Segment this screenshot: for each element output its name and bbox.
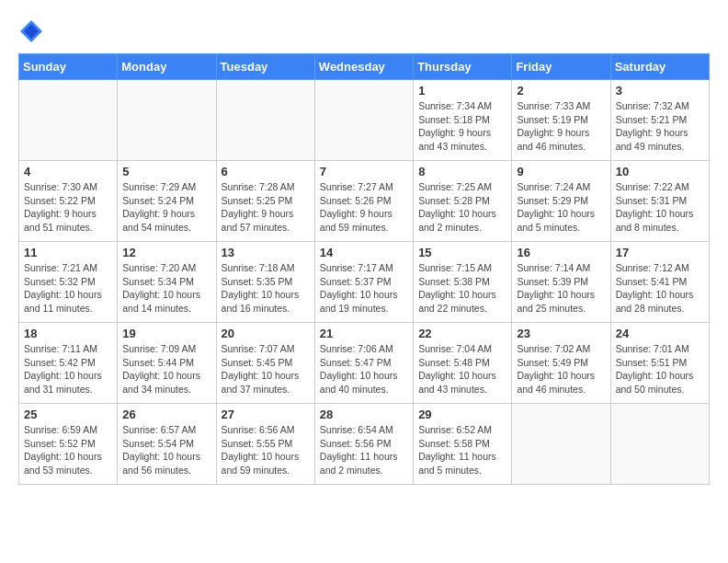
calendar-cell (512, 404, 610, 485)
day-number: 4 (24, 165, 112, 178)
day-detail: Sunrise: 7:02 AM Sunset: 5:49 PM Dayligh… (517, 342, 605, 396)
day-detail: Sunrise: 7:21 AM Sunset: 5:32 PM Dayligh… (24, 261, 112, 316)
calendar-cell: 17Sunrise: 7:12 AM Sunset: 5:41 PM Dayli… (610, 242, 709, 323)
calendar-cell: 20Sunrise: 7:07 AM Sunset: 5:45 PM Dayli… (216, 323, 314, 404)
day-detail: Sunrise: 6:59 AM Sunset: 5:52 PM Dayligh… (24, 423, 112, 477)
weekday-header: Monday (118, 54, 216, 80)
day-detail: Sunrise: 7:29 AM Sunset: 5:24 PM Dayligh… (122, 180, 210, 235)
day-detail: Sunrise: 7:20 AM Sunset: 5:34 PM Dayligh… (122, 261, 210, 316)
calendar-week-row: 25Sunrise: 6:59 AM Sunset: 5:52 PM Dayli… (19, 404, 710, 485)
day-number: 19 (122, 327, 210, 340)
weekday-header: Thursday (414, 54, 512, 80)
day-number: 23 (517, 327, 605, 340)
calendar-cell: 12Sunrise: 7:20 AM Sunset: 5:34 PM Dayli… (118, 242, 216, 323)
day-number: 16 (517, 246, 605, 259)
calendar-cell: 21Sunrise: 7:06 AM Sunset: 5:47 PM Dayli… (314, 323, 413, 404)
day-detail: Sunrise: 7:34 AM Sunset: 5:18 PM Dayligh… (418, 99, 506, 154)
day-detail: Sunrise: 7:24 AM Sunset: 5:29 PM Dayligh… (517, 180, 605, 235)
calendar-cell: 2Sunrise: 7:33 AM Sunset: 5:19 PM Daylig… (512, 80, 610, 161)
day-number: 28 (320, 408, 408, 421)
calendar-week-row: 4Sunrise: 7:30 AM Sunset: 5:22 PM Daylig… (19, 161, 710, 242)
day-number: 9 (517, 165, 605, 178)
calendar-cell: 22Sunrise: 7:04 AM Sunset: 5:48 PM Dayli… (414, 323, 512, 404)
day-number: 27 (222, 408, 310, 421)
day-number: 12 (122, 246, 210, 259)
day-detail: Sunrise: 7:28 AM Sunset: 5:25 PM Dayligh… (222, 180, 310, 235)
day-number: 11 (24, 246, 112, 259)
day-detail: Sunrise: 7:04 AM Sunset: 5:48 PM Dayligh… (418, 342, 506, 396)
day-number: 15 (418, 246, 506, 259)
day-detail: Sunrise: 6:54 AM Sunset: 5:56 PM Dayligh… (320, 423, 408, 477)
day-detail: Sunrise: 7:06 AM Sunset: 5:47 PM Dayligh… (320, 342, 408, 396)
weekday-header: Saturday (610, 54, 709, 80)
weekday-header: Tuesday (216, 54, 314, 80)
day-number: 6 (222, 165, 310, 178)
calendar-cell (19, 80, 118, 161)
day-detail: Sunrise: 7:27 AM Sunset: 5:26 PM Dayligh… (320, 180, 408, 235)
day-number: 8 (418, 165, 506, 178)
weekday-header: Sunday (19, 54, 118, 80)
day-number: 18 (24, 327, 112, 340)
calendar-cell: 25Sunrise: 6:59 AM Sunset: 5:52 PM Dayli… (19, 404, 118, 485)
day-detail: Sunrise: 7:33 AM Sunset: 5:19 PM Dayligh… (517, 99, 605, 154)
calendar-cell: 6Sunrise: 7:28 AM Sunset: 5:25 PM Daylig… (216, 161, 314, 242)
page-header (18, 18, 710, 44)
calendar-cell: 9Sunrise: 7:24 AM Sunset: 5:29 PM Daylig… (512, 161, 610, 242)
day-number: 7 (320, 165, 408, 178)
day-number: 21 (320, 327, 408, 340)
day-number: 25 (24, 408, 112, 421)
calendar-week-row: 18Sunrise: 7:11 AM Sunset: 5:42 PM Dayli… (19, 323, 710, 404)
calendar-cell: 24Sunrise: 7:01 AM Sunset: 5:51 PM Dayli… (610, 323, 709, 404)
day-detail: Sunrise: 7:18 AM Sunset: 5:35 PM Dayligh… (222, 261, 310, 316)
calendar-cell: 26Sunrise: 6:57 AM Sunset: 5:54 PM Dayli… (118, 404, 216, 485)
calendar-cell: 4Sunrise: 7:30 AM Sunset: 5:22 PM Daylig… (19, 161, 118, 242)
day-detail: Sunrise: 7:07 AM Sunset: 5:45 PM Dayligh… (222, 342, 310, 396)
day-detail: Sunrise: 7:11 AM Sunset: 5:42 PM Dayligh… (24, 342, 112, 396)
calendar-cell: 10Sunrise: 7:22 AM Sunset: 5:31 PM Dayli… (610, 161, 709, 242)
day-number: 26 (122, 408, 210, 421)
day-number: 13 (222, 246, 310, 259)
calendar-cell: 19Sunrise: 7:09 AM Sunset: 5:44 PM Dayli… (118, 323, 216, 404)
calendar-cell: 14Sunrise: 7:17 AM Sunset: 5:37 PM Dayli… (314, 242, 413, 323)
calendar-cell: 27Sunrise: 6:56 AM Sunset: 5:55 PM Dayli… (216, 404, 314, 485)
calendar-cell: 5Sunrise: 7:29 AM Sunset: 5:24 PM Daylig… (118, 161, 216, 242)
day-detail: Sunrise: 6:57 AM Sunset: 5:54 PM Dayligh… (122, 423, 210, 477)
calendar: SundayMondayTuesdayWednesdayThursdayFrid… (18, 53, 710, 485)
day-detail: Sunrise: 6:52 AM Sunset: 5:58 PM Dayligh… (418, 423, 506, 477)
day-number: 29 (418, 408, 506, 421)
logo (18, 18, 48, 44)
day-number: 22 (418, 327, 506, 340)
calendar-cell: 13Sunrise: 7:18 AM Sunset: 5:35 PM Dayli… (216, 242, 314, 323)
calendar-cell: 23Sunrise: 7:02 AM Sunset: 5:49 PM Dayli… (512, 323, 610, 404)
calendar-cell: 3Sunrise: 7:32 AM Sunset: 5:21 PM Daylig… (610, 80, 709, 161)
calendar-cell: 16Sunrise: 7:14 AM Sunset: 5:39 PM Dayli… (512, 242, 610, 323)
day-number: 5 (122, 165, 210, 178)
weekday-header: Friday (512, 54, 610, 80)
day-number: 3 (616, 84, 704, 98)
calendar-cell (314, 80, 413, 161)
calendar-cell: 28Sunrise: 6:54 AM Sunset: 5:56 PM Dayli… (314, 404, 413, 485)
day-number: 1 (418, 84, 506, 98)
calendar-week-row: 1Sunrise: 7:34 AM Sunset: 5:18 PM Daylig… (19, 80, 710, 161)
day-number: 2 (517, 84, 605, 98)
day-number: 14 (320, 246, 408, 259)
day-detail: Sunrise: 7:09 AM Sunset: 5:44 PM Dayligh… (122, 342, 210, 396)
day-detail: Sunrise: 7:01 AM Sunset: 5:51 PM Dayligh… (616, 342, 704, 396)
calendar-cell: 7Sunrise: 7:27 AM Sunset: 5:26 PM Daylig… (314, 161, 413, 242)
calendar-cell (610, 404, 709, 485)
weekday-header-row: SundayMondayTuesdayWednesdayThursdayFrid… (19, 54, 710, 80)
weekday-header: Wednesday (314, 54, 413, 80)
day-number: 17 (616, 246, 704, 259)
day-number: 24 (616, 327, 704, 340)
day-detail: Sunrise: 7:30 AM Sunset: 5:22 PM Dayligh… (24, 180, 112, 235)
day-detail: Sunrise: 7:12 AM Sunset: 5:41 PM Dayligh… (616, 261, 704, 316)
calendar-cell: 18Sunrise: 7:11 AM Sunset: 5:42 PM Dayli… (19, 323, 118, 404)
calendar-cell: 15Sunrise: 7:15 AM Sunset: 5:38 PM Dayli… (414, 242, 512, 323)
day-detail: Sunrise: 7:15 AM Sunset: 5:38 PM Dayligh… (418, 261, 506, 316)
day-detail: Sunrise: 6:56 AM Sunset: 5:55 PM Dayligh… (222, 423, 310, 477)
calendar-cell: 29Sunrise: 6:52 AM Sunset: 5:58 PM Dayli… (414, 404, 512, 485)
day-number: 10 (616, 165, 704, 178)
day-detail: Sunrise: 7:14 AM Sunset: 5:39 PM Dayligh… (517, 261, 605, 316)
day-detail: Sunrise: 7:22 AM Sunset: 5:31 PM Dayligh… (616, 180, 704, 235)
day-detail: Sunrise: 7:25 AM Sunset: 5:28 PM Dayligh… (418, 180, 506, 235)
